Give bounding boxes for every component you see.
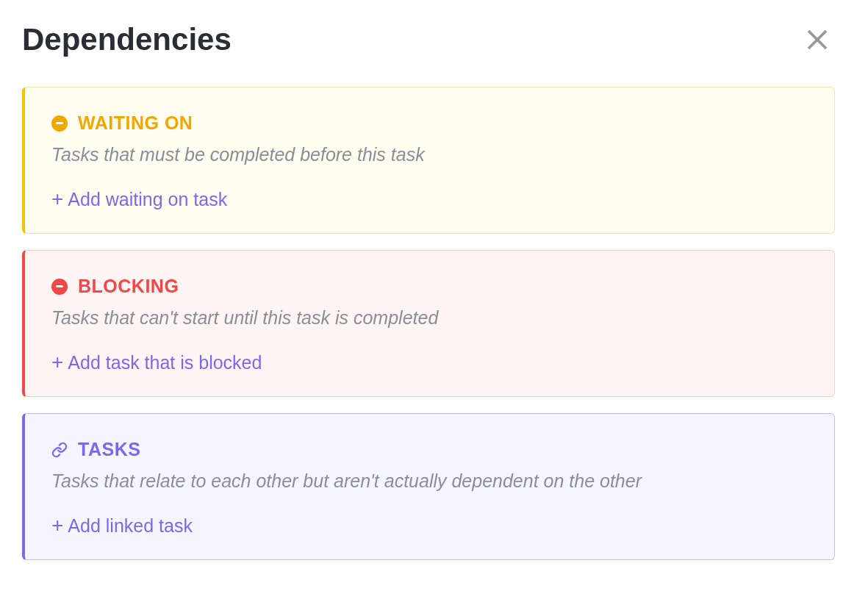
close-icon <box>804 26 831 53</box>
add-waiting-on-label: Add waiting on task <box>68 189 227 210</box>
tasks-label: TASKS <box>78 439 140 460</box>
waiting-on-icon <box>51 115 68 132</box>
waiting-on-header: WAITING ON <box>51 112 808 134</box>
blocking-icon <box>51 279 68 295</box>
dialog-header: Dependencies <box>22 22 835 57</box>
plus-icon: + <box>51 351 63 374</box>
blocking-section: BLOCKING Tasks that can't start until th… <box>22 250 835 397</box>
tasks-header: TASKS <box>51 439 808 460</box>
tasks-description: Tasks that relate to each other but aren… <box>51 470 808 492</box>
link-icon <box>51 442 68 458</box>
waiting-on-label: WAITING ON <box>78 112 193 134</box>
plus-icon: + <box>51 187 63 211</box>
add-waiting-on-button[interactable]: + Add waiting on task <box>51 187 227 211</box>
plus-icon: + <box>51 514 63 537</box>
blocking-label: BLOCKING <box>78 276 179 297</box>
dialog-title: Dependencies <box>22 22 232 57</box>
blocking-description: Tasks that can't start until this task i… <box>51 307 808 329</box>
tasks-section: TASKS Tasks that relate to each other bu… <box>22 413 835 560</box>
add-blocking-label: Add task that is blocked <box>68 352 262 373</box>
add-linked-task-label: Add linked task <box>68 515 193 537</box>
close-button[interactable] <box>800 22 835 57</box>
waiting-on-section: WAITING ON Tasks that must be completed … <box>22 87 835 234</box>
add-blocking-button[interactable]: + Add task that is blocked <box>51 351 262 374</box>
waiting-on-description: Tasks that must be completed before this… <box>51 144 808 165</box>
blocking-header: BLOCKING <box>51 276 808 297</box>
add-linked-task-button[interactable]: + Add linked task <box>51 514 193 537</box>
